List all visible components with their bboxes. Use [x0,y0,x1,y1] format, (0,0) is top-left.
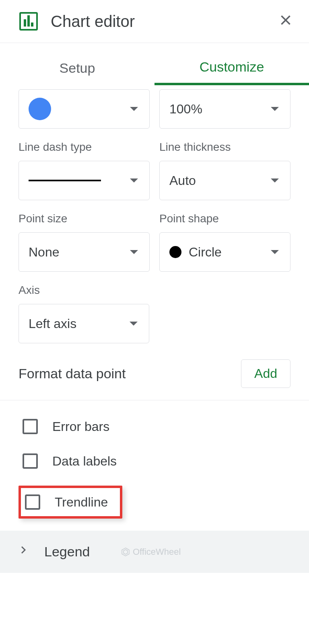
divider [0,400,309,400]
trendline-label: Trendline [55,495,108,510]
axis-value: Left axis [29,316,76,331]
solid-line-icon [29,180,101,181]
data-labels-checkbox[interactable] [23,453,38,469]
tab-customize[interactable]: Customize [154,51,309,85]
watermark: OfficeWheel [121,547,181,557]
chevron-down-icon [271,178,279,183]
close-icon [278,13,293,27]
axis-select[interactable]: Left axis [19,304,149,343]
tabs: Setup Customize [0,43,309,85]
data-labels-row[interactable]: Data labels [19,451,290,471]
color-swatch-icon [29,98,51,120]
point-shape-value: Circle [189,245,222,260]
chart-icon [19,12,38,31]
point-shape-label: Point shape [159,212,290,225]
chevron-down-icon [271,250,279,254]
color-select[interactable] [19,89,150,129]
point-size-select[interactable]: None [19,232,150,272]
line-thickness-label: Line thickness [159,141,290,154]
point-shape-select[interactable]: Circle [159,232,290,272]
error-bars-row[interactable]: Error bars [19,416,290,437]
chart-editor-header: Chart editor [0,0,309,43]
data-labels-label: Data labels [52,454,117,469]
error-bars-label: Error bars [52,419,109,434]
trendline-highlight: Trendline [19,486,122,519]
panel-title: Chart editor [51,12,278,31]
chevron-down-icon [130,178,138,183]
line-thickness-select[interactable]: Auto [159,161,290,200]
chevron-down-icon [130,250,138,254]
legend-section[interactable]: Legend OfficeWheel [0,531,309,573]
circle-shape-icon [169,246,181,258]
close-button[interactable] [278,13,293,30]
chevron-down-icon [130,107,138,111]
trendline-checkbox[interactable] [25,494,40,510]
point-size-value: None [29,245,60,260]
svg-marker-3 [124,550,128,554]
chevron-down-icon [271,107,279,111]
watermark-icon [121,547,130,557]
opacity-select[interactable]: 100% [159,89,290,129]
line-dash-type-select[interactable] [19,161,150,200]
legend-label: Legend [44,544,90,560]
point-size-label: Point size [19,212,150,225]
format-data-point-label: Format data point [19,366,126,381]
axis-label: Axis [19,284,149,297]
opacity-value: 100% [169,102,202,117]
chevron-down-icon [130,322,138,326]
svg-marker-2 [122,548,129,556]
tab-setup[interactable]: Setup [0,51,154,85]
add-button[interactable]: Add [241,359,290,388]
error-bars-checkbox[interactable] [23,419,38,434]
line-dash-type-label: Line dash type [19,141,150,154]
chevron-right-icon [19,543,28,561]
line-thickness-value: Auto [169,173,196,188]
